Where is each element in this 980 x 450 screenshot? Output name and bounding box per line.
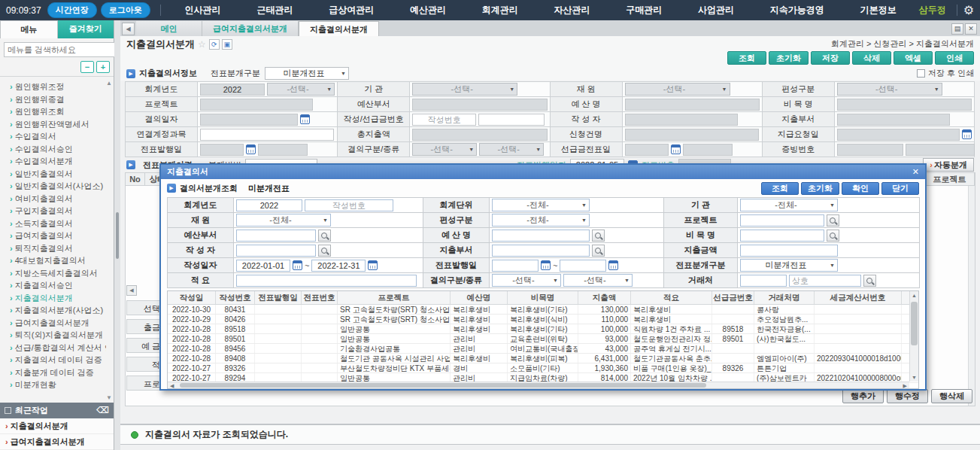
budget-type-select[interactable]: -선택-▼ [837,83,942,96]
hscroll-thumb[interactable] [180,383,706,388]
modal-grid-hscrollbar[interactable]: ◀ ▶ [168,382,909,388]
sidebar-item[interactable]: 수입결의서승인 [10,143,106,156]
top-menu-item[interactable]: 지속가능경영 [770,4,824,17]
tab-scroll-left-icon[interactable]: ◀ [122,23,135,35]
grid-column-header[interactable]: 작성일 [168,291,216,304]
grid-column-header[interactable]: 작성번호 [216,291,255,304]
scroll-left-icon[interactable]: ◀ [170,383,174,389]
favorite-star-icon[interactable]: ☆ [198,39,206,50]
gear-icon[interactable]: ⚙ [963,3,974,17]
sidebar-item[interactable]: 급여지출결의서분개 [10,317,106,330]
sidebar-item[interactable]: 미분개현황 [10,379,106,391]
sidebar-item[interactable]: 원인행위조정 [10,81,106,93]
sidebar-item[interactable]: 원인행위조회 [10,105,106,118]
sidebar-item[interactable]: 소득지출결의서 [10,217,106,230]
modal-budget-type-select[interactable]: -전체-▼ [492,214,590,227]
sidebar-item[interactable]: 구입지출결의서 [10,205,106,217]
modal-vendor-code-input[interactable] [740,275,787,287]
decision-type-select[interactable]: -선택-▼ [479,143,544,156]
sidebar-item[interactable]: 일반지출결의서 [10,168,106,181]
modal-item-name-input[interactable] [740,230,824,242]
recent-task-item[interactable]: 급여지출결의서분개 [0,434,114,450]
menu-search-input[interactable] [4,42,118,57]
calendar-icon[interactable] [293,260,302,270]
calendar-icon[interactable] [300,114,310,124]
toolbar-button[interactable]: 엑셀 [894,51,933,65]
top-menu-item[interactable]: 예산관리 [410,4,446,17]
sidebar-item[interactable]: 원인행위종결 [10,93,106,106]
modal-issue-from-input[interactable] [492,260,539,272]
sidebar-item[interactable]: 수입결의서 [10,130,106,143]
evidence-no-input[interactable] [837,144,903,156]
sidebar-item[interactable]: 지출분개 데이터 검증 [10,366,106,379]
modal-button[interactable]: 확인 [842,182,879,195]
toolbar-button[interactable]: 인쇄 [935,51,974,65]
calendar-icon[interactable] [962,129,972,139]
grid-column-header[interactable]: 전표번호 [302,291,338,304]
search-button[interactable]: 조회 [727,51,766,65]
document-tab[interactable]: 급여지출결의서분개 [202,21,299,36]
expand-all-button[interactable]: + [96,61,110,73]
fiscal-year-input[interactable] [200,84,265,96]
search-icon[interactable] [592,245,605,257]
auto-split-button[interactable]: ›자동분개 [923,158,974,172]
modal-fund-select[interactable]: -전체-▼ [236,214,331,227]
top-menu-item[interactable]: 인사관리 [185,4,221,17]
scroll-down-icon[interactable]: ▼ [912,375,917,380]
modal-budget-dept-input[interactable] [236,230,316,242]
calendar-icon[interactable] [246,144,256,154]
modal-date-from-input[interactable] [236,260,290,272]
advance-no-input[interactable] [478,114,545,126]
sidebar-item[interactable]: 4대보험지출결의서 [10,254,106,267]
search-icon[interactable] [318,230,331,242]
budget-dept-input[interactable] [412,99,547,111]
sidebar-tab-menu[interactable]: 메뉴 [0,20,58,38]
modal-button[interactable]: 닫기 [881,182,919,195]
modal-remark-input[interactable] [236,275,417,287]
project-input[interactable] [200,99,313,111]
top-menu-item[interactable]: 급상여관리 [329,4,374,17]
scroll-down-icon[interactable]: ▼ [106,394,112,401]
toolbar-button[interactable]: 초기화 [769,51,809,65]
modal-spend-dept-input[interactable] [492,245,590,257]
modal-fiscal-year-input[interactable] [236,199,302,211]
budget-name-input[interactable] [625,99,760,111]
spend-dept-input[interactable] [837,114,950,126]
grid-column-header[interactable]: 지출액 [578,291,631,304]
scroll-up-icon[interactable]: ▲ [106,80,112,87]
decision-date-input[interactable] [200,114,298,126]
modal-amount-input[interactable] [740,245,838,257]
request-name-input[interactable] [625,129,759,141]
voucher-issue-date-input[interactable] [200,144,244,156]
sidebar-item[interactable]: 원인행위잔액명세서 [10,118,106,131]
sidebar-item[interactable]: 퇴직(외)지출결의서분개 [10,329,106,342]
sidebar-tab-favorites[interactable]: 즐겨찾기 [58,20,114,38]
extend-session-button[interactable]: 시간연장 [47,2,97,18]
document-tab[interactable]: 메인 [136,21,202,36]
modal-write-no-input[interactable] [305,199,393,211]
modal-decision-type-select[interactable]: -선택-▼ [563,274,633,287]
advance-voucher-date-input[interactable] [625,144,669,156]
modal-date-to-input[interactable] [311,260,366,272]
modal-button[interactable]: 조회 [761,182,799,195]
sidebar-item-active[interactable]: 지출결의서분개 [10,292,106,305]
search-icon[interactable] [592,230,605,242]
modal-budget-name-input[interactable] [492,230,590,242]
sidebar-item[interactable]: 지출결의서분개(사업소) [10,304,106,317]
grid-row[interactable]: 2022-10-2889408철도기관 공동사옥 시설관리 사업복리후생비복리후… [168,354,918,363]
calendar-icon[interactable] [671,144,681,154]
vscroll-thumb[interactable] [911,302,918,345]
grid-row[interactable]: 2022-10-2889456기술환경사업공통관리비여비교통비(국내출장)43,… [168,344,918,354]
grid-column-header[interactable]: 세금계산서번호 [815,291,902,304]
print-after-save-checkbox[interactable] [917,69,925,78]
modal-split-type-select[interactable]: 미분개전표▼ [740,259,838,272]
close-tab-icon[interactable]: ✕ [965,23,977,35]
calendar-icon[interactable] [541,260,551,270]
grid-row[interactable]: 2022-10-3080431SR 고속철도차량(SRT) 청소사업(수도권)복… [168,305,918,315]
sidebar-item[interactable]: 지출결의서승인 [10,279,106,292]
username[interactable]: 삼두정 [919,4,946,17]
grid-column-header[interactable]: 적요 [631,291,712,304]
org-select[interactable]: -선택-▼ [412,83,517,96]
grid-row[interactable]: 2022-10-2889501일반공통관리비교육훈련비(위탁)93,000철도운… [168,334,918,344]
grid-column-header[interactable]: 전표발행일 [255,291,302,304]
